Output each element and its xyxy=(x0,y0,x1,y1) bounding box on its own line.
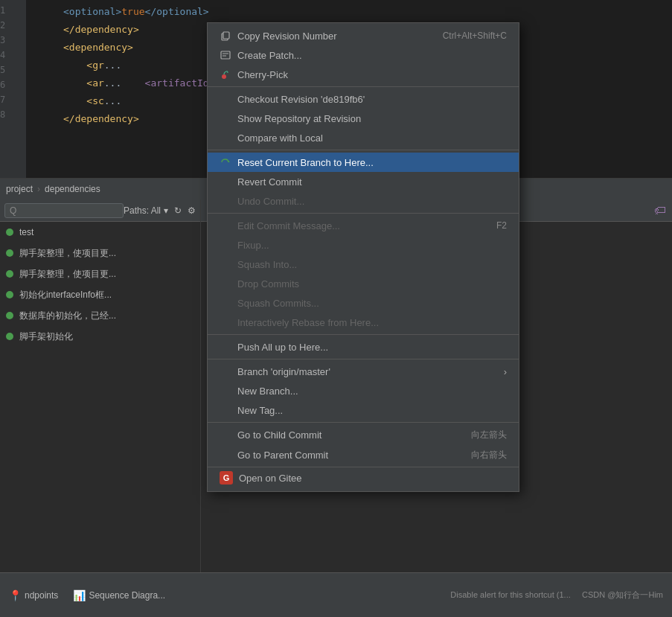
gitee-logo-icon: G xyxy=(220,471,233,485)
create-patch-label: Create Patch... xyxy=(237,50,302,61)
separator-2 xyxy=(208,150,519,150)
commit-message-3: 脚手架整理，使项目更... xyxy=(19,268,194,281)
show-repository-label: Show Repository at Revision xyxy=(237,113,361,124)
paths-control[interactable]: Paths: All ▾ ↻ ⚙ xyxy=(124,205,196,216)
revert-icon xyxy=(220,176,231,188)
tag-icon: 🏷 xyxy=(654,204,666,217)
menu-item-undo-commit: Undo Commit... xyxy=(208,191,519,211)
menu-item-cherry-pick[interactable]: Cherry-Pick xyxy=(208,65,519,84)
breadcrumb-dependencies[interactable]: dependencies xyxy=(45,184,100,194)
menu-item-show-repository[interactable]: Show Repository at Revision xyxy=(208,109,519,128)
commit-message-6: 脚手架初始化 xyxy=(19,330,194,343)
drop-commits-icon xyxy=(220,278,231,290)
commit-dot-6 xyxy=(6,333,13,340)
git-log-panel: Q Paths: All ▾ ↻ ⚙ test 脚手架整理，使项目更... 脚手… xyxy=(0,199,201,572)
undo-commit-label: Undo Commit... xyxy=(237,196,304,207)
settings-icon[interactable]: ⚙ xyxy=(188,205,196,216)
menu-item-go-to-parent[interactable]: Go to Parent Commit 向右箭头 xyxy=(208,445,519,465)
code-line-1: <optional>true</optional> xyxy=(33,3,672,21)
svg-point-5 xyxy=(222,74,226,79)
commit-list: test 脚手架整理，使项目更... 脚手架整理，使项目更... 初始化inte… xyxy=(0,222,200,347)
search-icon: Q xyxy=(10,205,16,216)
commit-dot-2 xyxy=(6,249,13,257)
menu-item-squash-into: Squash Into... xyxy=(208,255,519,274)
breadcrumb-project[interactable]: project xyxy=(6,184,33,194)
endpoints-label: ndpoints xyxy=(25,590,58,601)
breadcrumb-separator: › xyxy=(37,184,40,194)
context-menu: Copy Revision Number Ctrl+Alt+Shift+C Cr… xyxy=(207,22,519,492)
commit-dot-1 xyxy=(6,228,13,236)
compare-icon xyxy=(220,132,231,144)
paths-label: Paths: All xyxy=(124,205,161,216)
compare-local-label: Compare with Local xyxy=(237,132,323,144)
copy-revision-label: Copy Revision Number xyxy=(237,31,337,42)
interactive-rebase-label: Interactively Rebase from Here... xyxy=(237,317,379,328)
menu-item-new-tag[interactable]: New Tag... xyxy=(208,400,519,420)
squash-into-label: Squash Into... xyxy=(237,259,297,270)
drop-commits-label: Drop Commits xyxy=(237,278,299,290)
commit-item-3[interactable]: 脚手架整理，使项目更... xyxy=(0,263,200,284)
commit-item-5[interactable]: 数据库的初始化，已经... xyxy=(0,305,200,326)
squash-into-icon xyxy=(220,258,231,270)
new-branch-label: New Branch... xyxy=(237,386,298,397)
menu-item-copy-revision[interactable]: Copy Revision Number Ctrl+Alt+Shift+C xyxy=(208,26,519,45)
open-gitee-label: Open on Gitee xyxy=(239,473,302,484)
edit-commit-msg-label: Edit Commit Message... xyxy=(237,220,340,231)
menu-item-drop-commits: Drop Commits xyxy=(208,274,519,293)
tab-sequence-diagram[interactable]: 📊 Sequence Diagra... xyxy=(73,589,165,601)
svg-rect-1 xyxy=(223,32,229,39)
commit-message-1: test xyxy=(19,227,194,237)
parent-icon xyxy=(220,450,231,461)
new-branch-icon xyxy=(220,385,231,397)
menu-item-go-to-child[interactable]: Go to Child Commit 向左箭头 xyxy=(208,425,519,445)
commit-item-6[interactable]: 脚手架初始化 xyxy=(0,326,200,347)
commit-item-1[interactable]: test xyxy=(0,222,200,243)
checkout-revision-label: Checkout Revision 'de819fb6' xyxy=(237,94,365,105)
checkout-icon xyxy=(220,93,231,105)
fixup-label: Fixup... xyxy=(237,240,269,251)
tab-endpoints[interactable]: 📍 ndpoints xyxy=(9,589,58,601)
menu-item-edit-commit-msg: Edit Commit Message... F2 xyxy=(208,216,519,235)
menu-item-revert-commit[interactable]: Revert Commit xyxy=(208,172,519,191)
child-shortcut: 向左箭头 xyxy=(471,429,507,441)
sequence-diagram-label: Sequence Diagra... xyxy=(89,590,165,601)
commit-item-4[interactable]: 初始化interfaceInfo框... xyxy=(0,284,200,305)
menu-item-new-branch[interactable]: New Branch... xyxy=(208,381,519,400)
search-box[interactable]: Q xyxy=(4,203,124,218)
sequence-diagram-icon: 📊 xyxy=(73,589,86,601)
reset-branch-label: Reset Current Branch to Here... xyxy=(237,157,374,168)
commit-message-5: 数据库的初始化，已经... xyxy=(19,310,194,322)
new-tag-label: New Tag... xyxy=(237,405,283,416)
undo-icon xyxy=(220,195,231,207)
branch-icon xyxy=(220,365,231,377)
commit-dot-3 xyxy=(6,270,13,278)
menu-item-open-gitee[interactable]: G Open on Gitee xyxy=(208,467,519,488)
separator-5 xyxy=(208,359,519,359)
refresh-icon[interactable]: ↻ xyxy=(174,205,182,216)
squash-commits-label: Squash Commits... xyxy=(237,298,319,309)
menu-item-compare-local[interactable]: Compare with Local xyxy=(208,128,519,147)
separator-6 xyxy=(208,422,519,423)
menu-item-squash-commits: Squash Commits... xyxy=(208,293,519,313)
menu-item-reset-branch[interactable]: Reset Current Branch to Here... xyxy=(208,153,519,172)
git-log-search-bar: Q Paths: All ▾ ↻ ⚙ xyxy=(0,199,200,222)
menu-item-checkout-revision[interactable]: Checkout Revision 'de819fb6' xyxy=(208,89,519,109)
cherry-pick-label: Cherry-Pick xyxy=(237,69,288,80)
commit-dot-5 xyxy=(6,312,13,319)
bottom-status: Disable alert for this shortcut (1... CS… xyxy=(450,589,663,601)
commit-message-4: 初始化interfaceInfo框... xyxy=(19,289,194,301)
menu-item-create-patch[interactable]: Create Patch... xyxy=(208,45,519,65)
bottom-bar: 📍 ndpoints 📊 Sequence Diagra... Disable … xyxy=(0,572,672,617)
endpoints-icon: 📍 xyxy=(9,589,22,601)
squash-commits-icon xyxy=(220,297,231,309)
commit-item-2[interactable]: 脚手架整理，使项目更... xyxy=(0,243,200,263)
go-to-parent-label: Go to Parent Commit xyxy=(237,450,328,461)
separator-3 xyxy=(208,213,519,214)
push-all-label: Push All up to Here... xyxy=(237,342,328,353)
menu-item-push-all[interactable]: Push All up to Here... xyxy=(208,337,519,357)
branch-origin-label: Branch 'origin/master' xyxy=(237,366,330,377)
new-tag-icon xyxy=(220,404,231,416)
menu-item-branch-origin[interactable]: Branch 'origin/master' › xyxy=(208,362,519,381)
revert-commit-label: Revert Commit xyxy=(237,176,302,188)
copy-revision-shortcut: Ctrl+Alt+Shift+C xyxy=(443,31,507,41)
